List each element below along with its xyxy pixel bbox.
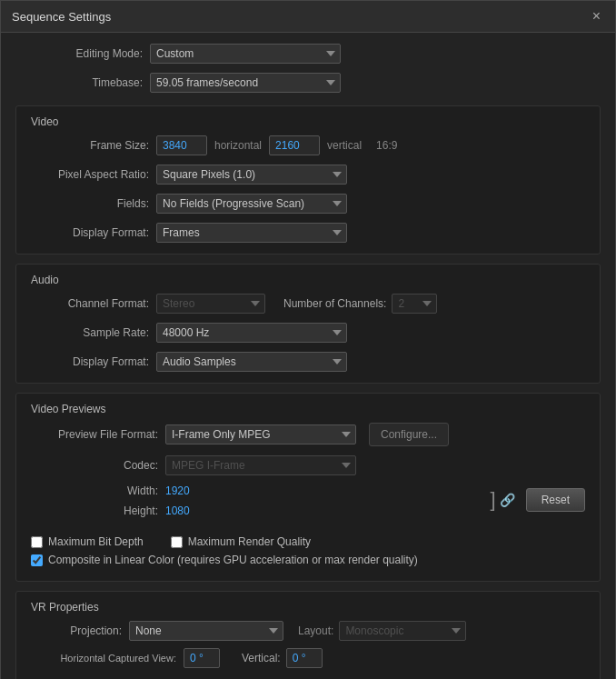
width-height-container: Width: 1920 Height: 1080: [31, 484, 491, 526]
sample-rate-select[interactable]: 48000 Hz: [156, 323, 347, 343]
projection-label: Projection:: [31, 624, 122, 637]
configure-button[interactable]: Configure...: [369, 423, 449, 446]
max-bit-depth-row: Maximum Bit Depth Maximum Render Quality: [31, 535, 585, 548]
captured-view-row: Horizontal Captured View: 0 ° Vertical: …: [31, 648, 585, 668]
height-value: 1080: [165, 504, 190, 517]
vr-properties-section: VR Properties Projection: None Layout: M…: [15, 591, 601, 679]
preview-file-format-select[interactable]: I-Frame Only MPEG: [165, 424, 356, 444]
editing-mode-select[interactable]: Custom: [150, 44, 341, 64]
frame-size-vertical-input[interactable]: 2160: [269, 135, 320, 155]
vr-properties-label: VR Properties: [31, 601, 585, 614]
aspect-ratio: 16:9: [376, 139, 397, 152]
projection-layout-row: Projection: None Layout: Monoscopic: [31, 621, 585, 641]
max-bit-depth-checkbox[interactable]: [31, 536, 43, 548]
composite-linear-color-checkbox[interactable]: [31, 554, 43, 566]
video-section: Video Frame Size: 3840 horizontal 2160 v…: [15, 105, 601, 255]
video-previews-section: Video Previews Preview File Format: I-Fr…: [15, 393, 601, 582]
composite-linear-color-row: Composite in Linear Color (requires GPU …: [31, 554, 585, 566]
fields-label: Fields:: [31, 197, 149, 210]
display-format-video-select[interactable]: Frames: [156, 223, 347, 243]
codec-select[interactable]: MPEG I-Frame: [165, 455, 356, 475]
preview-file-format-label: Preview File Format:: [31, 428, 158, 441]
pixel-aspect-ratio-row: Pixel Aspect Ratio: Square Pixels (1.0): [31, 165, 585, 185]
channel-format-label: Channel Format:: [31, 297, 149, 310]
dialog-title: Sequence Settings: [12, 10, 111, 24]
pixel-aspect-ratio-select[interactable]: Square Pixels (1.0): [156, 165, 347, 185]
fields-row: Fields: No Fields (Progressive Scan): [31, 194, 585, 214]
title-bar: Sequence Settings ×: [1, 1, 615, 33]
max-render-quality-checkbox[interactable]: [171, 536, 183, 548]
vertical-label: Vertical:: [242, 652, 281, 664]
close-button[interactable]: ×: [589, 8, 604, 25]
codec-row: Codec: MPEG I-Frame: [31, 455, 585, 475]
frame-size-row: Frame Size: 3840 horizontal 2160 vertica…: [31, 135, 585, 155]
display-format-audio-row: Display Format: Audio Samples: [31, 352, 585, 372]
channel-format-select[interactable]: Stereo: [156, 294, 265, 314]
horizontal-captured-view-input[interactable]: 0 °: [184, 648, 220, 668]
sample-rate-row: Sample Rate: 48000 Hz: [31, 323, 585, 343]
display-format-video-label: Display Format:: [31, 226, 149, 239]
vertical-input[interactable]: 0 °: [286, 648, 323, 668]
fields-select[interactable]: No Fields (Progressive Scan): [156, 194, 347, 214]
link-icon: 🔗: [500, 493, 515, 507]
editing-mode-label: Editing Mode:: [15, 47, 143, 60]
codec-label: Codec:: [31, 459, 158, 472]
channel-format-row: Channel Format: Stereo Number of Channel…: [31, 294, 585, 314]
width-value: 1920: [165, 484, 190, 497]
link-reset-container: ] 🔗 Reset: [491, 488, 585, 512]
reset-button[interactable]: Reset: [526, 488, 585, 512]
timebase-select[interactable]: 59.05 frames/second: [150, 73, 341, 93]
pixel-aspect-ratio-label: Pixel Aspect Ratio:: [31, 168, 149, 181]
preview-file-format-row: Preview File Format: I-Frame Only MPEG C…: [31, 423, 585, 446]
bracket-icon: ]: [491, 488, 496, 512]
layout-label: Layout:: [298, 624, 333, 637]
timebase-label: Timebase:: [15, 76, 143, 89]
display-format-audio-label: Display Format:: [31, 355, 149, 368]
composite-linear-color-label: Composite in Linear Color (requires GPU …: [48, 554, 418, 566]
audio-section: Audio Channel Format: Stereo Number of C…: [15, 264, 601, 384]
num-channels-label: Number of Channels:: [283, 297, 386, 310]
display-format-video-row: Display Format: Frames: [31, 223, 585, 243]
max-bit-depth-label: Maximum Bit Depth: [48, 535, 144, 548]
frame-size-horizontal-input[interactable]: 3840: [156, 135, 207, 155]
checkboxes-container: Maximum Bit Depth Maximum Render Quality…: [31, 535, 585, 566]
video-section-label: Video: [31, 115, 585, 128]
height-label: Height:: [31, 504, 158, 517]
height-row: Height: 1080: [31, 504, 491, 517]
sequence-settings-dialog: Sequence Settings × Editing Mode: Custom…: [0, 0, 616, 679]
dialog-content: Editing Mode: Custom Timebase: 59.05 fra…: [1, 33, 615, 679]
projection-select[interactable]: None: [129, 621, 283, 641]
width-label: Width:: [31, 484, 158, 497]
layout-select[interactable]: Monoscopic: [339, 621, 466, 641]
horizontal-captured-view-label: Horizontal Captured View:: [31, 653, 176, 664]
horizontal-label: horizontal: [214, 139, 262, 152]
video-previews-label: Video Previews: [31, 403, 585, 415]
sample-rate-label: Sample Rate:: [31, 326, 149, 339]
max-render-quality-label: Maximum Render Quality: [188, 535, 311, 548]
width-row: Width: 1920: [31, 484, 491, 497]
display-format-audio-select[interactable]: Audio Samples: [156, 352, 347, 372]
timebase-row: Timebase: 59.05 frames/second: [15, 73, 601, 93]
editing-mode-row: Editing Mode: Custom: [15, 44, 601, 64]
frame-size-label: Frame Size:: [31, 139, 149, 152]
audio-section-label: Audio: [31, 274, 585, 286]
num-channels-select[interactable]: 2: [392, 294, 437, 314]
vertical-label: vertical: [327, 139, 362, 152]
